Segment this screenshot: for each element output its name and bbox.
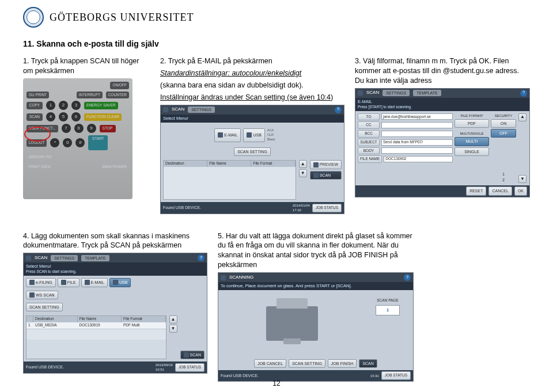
help-icon[interactable]: ? — [404, 274, 411, 281]
jobstatus-button[interactable]: JOB STATUS — [381, 371, 411, 380]
jobstatus-button[interactable]: JOB STATUS — [312, 204, 342, 212]
keypad-7[interactable]: 7 — [62, 124, 71, 133]
scan-button[interactable]: SCAN — [26, 113, 43, 121]
printer-control-panel: ON/OFF GU PRINT INTERRUPT COUNTER COPY 1… — [23, 78, 132, 199]
security-column: SECURITY ON OFF 1 2 — [491, 113, 516, 184]
keypad-8[interactable]: 8 — [74, 124, 84, 133]
scan-action-button[interactable]: SCAN — [359, 359, 377, 368]
help-icon[interactable]: ? — [520, 90, 527, 97]
template-tab[interactable]: TEMPLATE — [413, 90, 441, 96]
scroll-down-button[interactable]: ▼ — [169, 325, 177, 333]
ok-button[interactable]: OK — [514, 187, 527, 195]
cancel-button[interactable]: CANCEL — [488, 187, 512, 195]
table-row[interactable]: 1 USB_MEDIA DOC130919 PDF Multi — [26, 322, 166, 329]
scanning-icon — [221, 275, 226, 280]
step-4-touchscreen: SCAN SETTINGS TEMPLATE ? Select Menu! Pr… — [23, 253, 207, 374]
subject-label[interactable]: SUBJECT — [358, 139, 380, 146]
security-off-button[interactable]: OFF — [491, 129, 516, 138]
keypad-3[interactable]: 3 — [71, 101, 81, 110]
scansetting-button[interactable]: SCAN SETTING — [234, 147, 271, 156]
bcc-field[interactable] — [381, 131, 453, 137]
keypad-0[interactable]: 0 — [63, 138, 72, 147]
interrupt-button[interactable]: INTERRUPT — [77, 92, 103, 99]
cc-field[interactable] — [381, 122, 453, 128]
settings-tab[interactable]: SETTINGS — [188, 106, 215, 113]
keypad-6[interactable]: 6 — [71, 112, 81, 121]
email-button[interactable]: E-MAIL — [214, 128, 241, 142]
steps-row-1: 1. Tryck på knappen SCAN till höger om p… — [23, 56, 530, 214]
scan-icon — [358, 90, 363, 96]
scan-icon — [163, 107, 168, 112]
touch-sub-3: E-MAIL Press [START] to start scanning. — [355, 98, 529, 111]
onoff-button[interactable]: ON/OFF — [110, 82, 129, 89]
jobstatus-button[interactable]: JOB STATUS — [175, 363, 204, 372]
pdf-button[interactable]: PDF — [454, 119, 489, 128]
body-label[interactable]: BODY — [358, 147, 380, 155]
settings-tab[interactable]: SETTINGS — [51, 255, 78, 261]
scan-action-button[interactable]: SCAN — [310, 171, 342, 180]
copy-button[interactable]: COPY — [26, 102, 43, 109]
keypad-9[interactable]: 9 — [87, 124, 96, 133]
empty-col — [424, 231, 530, 382]
keypad-4[interactable]: 4 — [46, 112, 55, 121]
start-button[interactable]: START — [88, 135, 108, 150]
wsscan-icon — [29, 292, 35, 298]
col-filename: File Name — [78, 316, 122, 322]
touch-header-3: SCAN SETTINGS TEMPLATE ? — [355, 89, 529, 98]
keypad-2[interactable]: 2 — [59, 101, 68, 110]
wsscan-button[interactable]: WS SCAN — [26, 291, 58, 299]
reset-button[interactable]: RESET — [466, 187, 486, 195]
energysaver-button[interactable]: ENERGY SAVER — [84, 102, 118, 109]
format-column: FILE FORMAT PDF MULTI/SINGLE MULTI SINGL… — [454, 113, 489, 184]
scansetting-button[interactable]: SCAN SETTING — [26, 303, 63, 311]
keypad-1[interactable]: 1 — [46, 101, 55, 110]
multi-button[interactable]: MULTI — [454, 137, 489, 146]
keypad-5[interactable]: 5 — [59, 112, 68, 121]
scansetting-button[interactable]: SCAN SETTING — [289, 359, 325, 368]
settings-tab[interactable]: SETTINGS — [382, 90, 410, 96]
scroll-down-button[interactable]: ▼ — [299, 169, 307, 177]
filename-field[interactable]: DOC130902 — [384, 156, 453, 162]
keypad-hash[interactable]: # — [75, 138, 85, 147]
step-5-text: 5. Har du valt att lägga dokument direkt… — [218, 231, 414, 271]
scroll-down-button[interactable]: ▼ — [518, 175, 527, 183]
body-field[interactable] — [381, 147, 453, 154]
efiling-button[interactable]: e-FILING — [26, 278, 56, 287]
mail-icon — [85, 280, 90, 285]
touch-sub: Select Menu! — [161, 115, 344, 123]
scroll-up-button[interactable]: ▲ — [518, 113, 527, 121]
university-logo-icon — [23, 7, 44, 28]
usb-button[interactable]: USB — [243, 128, 264, 142]
email-button[interactable]: E-MAIL — [81, 278, 108, 287]
jobcancel-button[interactable]: JOB CANCEL — [254, 359, 286, 368]
scroll-up-button[interactable]: ▲ — [169, 315, 177, 324]
col-filename: File Name — [207, 161, 251, 167]
security-on-button[interactable]: ON — [491, 119, 516, 128]
step-2: 2. Tryck på E-MAIL på pekskärmen Standar… — [160, 56, 344, 214]
functionclear-button[interactable]: FUNCTION CLEAR — [84, 113, 122, 121]
jobfinish-button[interactable]: JOB FINISH — [328, 359, 357, 368]
counter-button[interactable]: COUNTER — [106, 92, 129, 99]
file-button[interactable]: FILE — [58, 278, 79, 287]
step-4-text: 4. Lägg dokumenten som skall skannas i m… — [23, 231, 207, 251]
bcc-label[interactable]: BCC — [358, 130, 380, 138]
help-icon[interactable]: ? — [198, 254, 204, 261]
cc-label[interactable]: CC — [358, 121, 380, 129]
preview-button[interactable]: PREVIEW — [310, 160, 342, 169]
to-label[interactable]: TO — [358, 113, 380, 121]
step-5-touchscreen: SCANNING ? To continue, Place document o… — [218, 272, 414, 382]
single-button[interactable]: SINGLE — [454, 147, 489, 156]
stop-button[interactable]: STOP — [100, 125, 116, 132]
keypad-star[interactable]: * — [50, 138, 59, 147]
template-tab[interactable]: TEMPLATE — [81, 255, 109, 261]
scanpage-count: 1 — [376, 305, 400, 315]
guprint-button[interactable]: GU PRINT — [26, 92, 49, 99]
help-icon[interactable]: ? — [335, 106, 342, 113]
usb-button[interactable]: USB — [109, 278, 131, 287]
filename-label[interactable]: FILE NAME — [358, 155, 382, 163]
col-fileformat: File Format — [251, 161, 295, 167]
subject-field[interactable]: Send data from MFP07/ — [381, 139, 453, 146]
scroll-up-button[interactable]: ▲ — [299, 160, 307, 168]
scan-action-button[interactable]: SCAN — [180, 351, 204, 359]
to-field[interactable]: jane.doe@toshibasupport.se — [381, 113, 453, 120]
